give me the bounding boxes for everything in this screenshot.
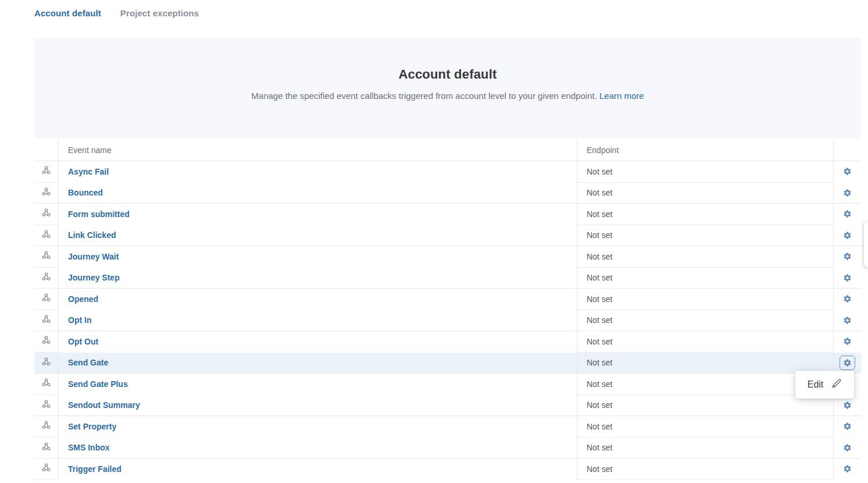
endpoint-value: Not set <box>587 358 612 367</box>
row-actions-cell <box>833 161 861 183</box>
settings-gear-button[interactable] <box>840 441 855 455</box>
endpoint-value: Not set <box>587 315 612 325</box>
endpoint-cell: Not set <box>577 289 833 310</box>
endpoint-value: Not set <box>587 188 612 197</box>
table-row[interactable]: Link Clicked Not set <box>34 225 861 247</box>
row-actions-cell <box>833 459 861 480</box>
gear-icon <box>843 209 852 218</box>
webhook-icon <box>41 420 51 432</box>
page-description-text: Manage the specified event callbacks tri… <box>251 91 597 101</box>
table-row[interactable]: Opened Not set <box>34 289 861 310</box>
event-name-cell: Trigger Failed <box>58 459 577 480</box>
event-name-link[interactable]: Form submitted <box>68 209 130 219</box>
event-name-link[interactable]: Async Fail <box>68 167 109 176</box>
gear-icon <box>843 252 852 261</box>
table-row[interactable]: Form submitted Not set <box>34 204 861 225</box>
webhook-icon <box>41 272 51 284</box>
endpoint-cell: Not set <box>577 246 833 268</box>
settings-gear-button[interactable] <box>840 249 855 264</box>
tab-project-exceptions[interactable]: Project exceptions <box>120 8 199 18</box>
event-name-cell: Opt In <box>58 310 577 332</box>
endpoint-value: Not set <box>587 400 612 410</box>
endpoint-cell: Not set <box>577 416 833 438</box>
endpoint-cell: Not set <box>577 438 833 459</box>
endpoint-value: Not set <box>587 230 612 240</box>
settings-gear-button[interactable] <box>840 334 855 349</box>
table-row[interactable]: Bounced Not set <box>34 183 861 204</box>
edit-menu: Edit <box>795 371 854 399</box>
endpoint-value: Not set <box>587 209 612 219</box>
table-row[interactable]: Sendout Summary Not set <box>34 395 861 417</box>
settings-gear-button[interactable] <box>840 356 855 370</box>
table-row[interactable]: Trigger Failed Not set <box>34 459 861 480</box>
table-row[interactable]: Opt In Not set <box>34 310 861 332</box>
event-name-link[interactable]: Opt In <box>68 315 91 325</box>
table-row[interactable]: Send Gate Plus Not set <box>34 374 861 395</box>
webhook-icon <box>41 442 51 454</box>
webhook-icon <box>41 229 51 242</box>
event-name-cell: Form submitted <box>58 204 577 225</box>
row-icon-cell <box>34 289 58 310</box>
edit-menu-item[interactable]: Edit <box>808 379 824 390</box>
event-name-link[interactable]: Send Gate <box>68 358 108 367</box>
gear-icon <box>843 464 852 473</box>
event-name-link[interactable]: Sendout Summary <box>68 400 140 410</box>
event-name-link[interactable]: Send Gate Plus <box>68 379 128 389</box>
floating-scroll-handle[interactable] <box>864 221 868 268</box>
endpoint-cell: Not set <box>577 204 833 225</box>
event-name-link[interactable]: Trigger Failed <box>68 464 122 474</box>
settings-gear-button[interactable] <box>840 292 855 306</box>
table-row[interactable]: Send Gate Not set <box>34 353 861 374</box>
endpoint-cell: Not set <box>577 268 833 289</box>
settings-gear-button[interactable] <box>840 164 855 179</box>
endpoint-value: Not set <box>587 167 612 176</box>
header-panel: Account default Manage the specified eve… <box>34 38 861 138</box>
settings-gear-button[interactable] <box>840 207 855 221</box>
table-header-row: Event name Endpoint <box>34 140 861 161</box>
settings-gear-button[interactable] <box>840 313 855 328</box>
table-row[interactable]: Opt Out Not set <box>34 331 861 353</box>
table-row[interactable]: Journey Step Not set <box>34 268 861 289</box>
row-icon-cell <box>34 246 58 268</box>
table-row[interactable]: Journey Wait Not set <box>34 246 861 268</box>
event-name-link[interactable]: Opt Out <box>68 337 98 346</box>
event-name-link[interactable]: Opened <box>68 294 98 304</box>
settings-gear-button[interactable] <box>840 419 855 434</box>
settings-gear-button[interactable] <box>840 461 855 476</box>
learn-more-link[interactable]: Learn more <box>599 91 644 101</box>
row-actions-cell <box>833 310 861 332</box>
event-name-link[interactable]: Link Clicked <box>68 230 116 240</box>
event-name-link[interactable]: SMS Inbox <box>68 443 110 452</box>
endpoint-value: Not set <box>587 337 612 346</box>
event-name-link[interactable]: Journey Step <box>68 273 120 282</box>
webhook-icon <box>41 293 51 305</box>
webhook-icon <box>41 335 51 347</box>
table-row[interactable]: SMS Inbox Not set <box>34 438 861 459</box>
event-name-link[interactable]: Set Property <box>68 422 116 431</box>
table-row[interactable]: Set Property Not set <box>34 416 861 438</box>
row-icon-cell <box>34 268 58 289</box>
event-name-cell: Opened <box>58 289 577 310</box>
event-name-column-header: Event name <box>58 140 577 161</box>
row-icon-cell <box>34 204 58 225</box>
gear-icon <box>843 401 852 410</box>
event-name-cell: Bounced <box>58 183 577 204</box>
tab-account-default[interactable]: Account default <box>34 8 101 18</box>
webhook-icon <box>41 250 51 262</box>
endpoint-cell: Not set <box>577 459 833 480</box>
gear-icon <box>843 167 852 176</box>
settings-gear-button[interactable] <box>840 271 855 285</box>
table-row[interactable]: Async Fail Not set <box>34 161 861 183</box>
row-icon-cell <box>34 183 58 204</box>
endpoint-cell: Not set <box>577 225 833 247</box>
settings-gear-button[interactable] <box>840 228 855 243</box>
page-description: Manage the specified event callbacks tri… <box>34 91 861 101</box>
row-icon-cell <box>34 331 58 353</box>
endpoint-value: Not set <box>587 252 612 261</box>
row-icon-cell <box>34 225 58 247</box>
row-icon-cell <box>34 161 58 183</box>
event-name-link[interactable]: Bounced <box>68 188 103 197</box>
settings-gear-button[interactable] <box>840 186 855 200</box>
event-name-link[interactable]: Journey Wait <box>68 252 119 261</box>
settings-gear-button[interactable] <box>840 398 855 413</box>
